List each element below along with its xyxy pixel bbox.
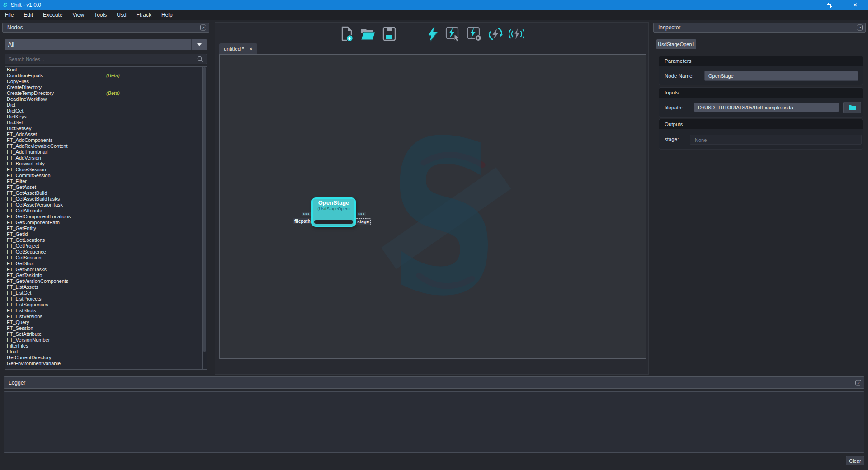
- node-name-input[interactable]: [704, 71, 858, 81]
- node-type-label: FT_GetLocations: [7, 237, 45, 243]
- list-item[interactable]: FT_GetComponentPath: [5, 220, 207, 226]
- list-item[interactable]: FT_Filter: [5, 179, 207, 184]
- clear-logger-button[interactable]: Clear: [846, 456, 864, 465]
- execute-to-selected-icon[interactable]: [467, 25, 482, 42]
- list-item[interactable]: FT_GetEntity: [5, 226, 207, 231]
- list-item[interactable]: FT_GetAssetVersionTask: [5, 202, 207, 208]
- list-item[interactable]: DictGet: [5, 108, 207, 114]
- list-item[interactable]: FT_GetComponentLocations: [5, 214, 207, 220]
- list-item[interactable]: CreateTempDirectory(Beta): [5, 90, 207, 96]
- scrollbar-handle[interactable]: [203, 67, 206, 352]
- node-graph-canvas[interactable]: S >>> filepath >>> stage OpenStage (UsdS…: [219, 54, 646, 359]
- inspector-tab[interactable]: UsdStageOpen1: [656, 39, 696, 49]
- list-item[interactable]: FT_AddReviewableContent: [5, 143, 207, 149]
- menu-help[interactable]: Help: [156, 10, 178, 20]
- list-item[interactable]: CreateDirectory: [5, 85, 207, 90]
- input-port-connector[interactable]: >>>: [302, 212, 311, 216]
- list-item[interactable]: FT_CloseSession: [5, 167, 207, 173]
- search-nodes-input[interactable]: [5, 54, 207, 64]
- list-item[interactable]: FT_VersionNumber: [5, 337, 207, 343]
- list-item[interactable]: FT_GetAsset: [5, 184, 207, 190]
- list-item[interactable]: FT_ListAssets: [5, 284, 207, 290]
- minimize-button[interactable]: [791, 0, 816, 10]
- list-item[interactable]: FT_Session: [5, 325, 207, 331]
- popout-icon[interactable]: ↗: [857, 25, 863, 31]
- new-graph-icon[interactable]: [339, 25, 354, 42]
- openstage-node[interactable]: OpenStage (UsdStageOpen): [311, 197, 356, 227]
- execute-selected-icon[interactable]: [445, 25, 461, 42]
- list-item[interactable]: FT_ListVersions: [5, 314, 207, 320]
- list-item[interactable]: DictKeys: [5, 114, 207, 120]
- save-graph-icon[interactable]: [382, 25, 397, 42]
- list-item[interactable]: Dict: [5, 102, 207, 108]
- tab-close-icon[interactable]: ✕: [249, 47, 253, 52]
- list-item[interactable]: DictSetKey: [5, 126, 207, 132]
- menu-execute[interactable]: Execute: [38, 10, 67, 20]
- list-item[interactable]: DeadlineWorkflow: [5, 96, 207, 102]
- input-port-label[interactable]: filepath: [293, 218, 312, 224]
- list-item[interactable]: FT_GetSequence: [5, 249, 207, 255]
- node-type-label: CreateTempDirectory: [7, 90, 54, 96]
- output-port-label[interactable]: stage: [355, 218, 371, 225]
- restore-button[interactable]: [816, 0, 842, 10]
- list-item[interactable]: FT_ListSequences: [5, 302, 207, 308]
- parameters-section: Parameters Node Name:: [659, 56, 863, 85]
- list-item[interactable]: FT_GetId: [5, 231, 207, 237]
- list-item[interactable]: FT_GetTaskInfo: [5, 273, 207, 278]
- list-item[interactable]: GetEnvironmentVariable: [5, 361, 207, 367]
- list-item[interactable]: FT_GetAssetBuild: [5, 190, 207, 196]
- logger-panel-title: Logger: [9, 380, 25, 386]
- list-item[interactable]: GetCurrentDirectory: [5, 355, 207, 361]
- list-item[interactable]: FT_CommitSession: [5, 173, 207, 179]
- list-item[interactable]: FT_ListProjects: [5, 296, 207, 302]
- menu-usd[interactable]: Usd: [112, 10, 131, 20]
- menu-edit[interactable]: Edit: [19, 10, 38, 20]
- list-item[interactable]: FT_GetAssetBuildTasks: [5, 196, 207, 202]
- menu-file[interactable]: File: [0, 10, 19, 20]
- list-item[interactable]: FT_AddComponents: [5, 137, 207, 143]
- node-progress-bar: [314, 220, 353, 224]
- list-item[interactable]: FT_AddThumbnail: [5, 149, 207, 155]
- list-item[interactable]: DictSet: [5, 120, 207, 126]
- dropdown-arrow-button[interactable]: [191, 39, 207, 50]
- list-item[interactable]: FT_GetSession: [5, 255, 207, 261]
- node-type-label: FT_BrowseEntity: [7, 161, 45, 166]
- list-item[interactable]: FT_AddAsset: [5, 132, 207, 137]
- list-item[interactable]: FT_SetAttribute: [5, 331, 207, 337]
- menu-ftrack[interactable]: Ftrack: [132, 10, 156, 20]
- reload-and-execute-icon[interactable]: [488, 25, 503, 42]
- list-item[interactable]: FT_GetProject: [5, 243, 207, 249]
- popout-icon[interactable]: ↗: [200, 25, 206, 31]
- open-graph-icon[interactable]: [360, 25, 376, 42]
- list-item[interactable]: FT_AddVersion: [5, 155, 207, 161]
- filepath-input[interactable]: [694, 103, 839, 112]
- output-port-connector[interactable]: >>>: [357, 212, 366, 216]
- list-item[interactable]: FT_GetShot: [5, 261, 207, 267]
- list-item[interactable]: FT_ListGet: [5, 290, 207, 296]
- list-item[interactable]: Bool: [5, 67, 207, 73]
- list-item[interactable]: FT_Query: [5, 320, 207, 325]
- list-item[interactable]: ConditionEquals(Beta): [5, 73, 207, 79]
- list-item[interactable]: Float: [5, 349, 207, 355]
- close-button[interactable]: ✕: [842, 0, 868, 10]
- list-item[interactable]: FT_BrowseEntity: [5, 161, 207, 167]
- list-item[interactable]: CopyFiles: [5, 79, 207, 85]
- execute-graph-icon[interactable]: [424, 25, 439, 42]
- browse-file-button[interactable]: [843, 102, 861, 113]
- node-list-scrollbar[interactable]: [202, 67, 207, 369]
- list-item[interactable]: FilterFiles: [5, 343, 207, 349]
- stage-value-field: None: [690, 135, 862, 145]
- list-item[interactable]: FT_GetLocations: [5, 237, 207, 243]
- menu-tools[interactable]: Tools: [89, 10, 112, 20]
- popout-icon[interactable]: ↗: [855, 380, 861, 385]
- node-type-label: FT_GetAssetBuildTasks: [7, 196, 60, 202]
- list-item[interactable]: FT_ListShots: [5, 308, 207, 314]
- node-filter-dropdown[interactable]: All: [5, 39, 207, 50]
- list-item[interactable]: FT_GetAttribute: [5, 208, 207, 214]
- tab-untitled[interactable]: untitled * ✕: [219, 43, 257, 54]
- app-logo-icon: S: [3, 0, 7, 10]
- live-execute-icon[interactable]: [509, 25, 524, 42]
- list-item[interactable]: FT_GetShotTasks: [5, 267, 207, 273]
- list-item[interactable]: FT_GetVersionComponents: [5, 278, 207, 284]
- menu-view[interactable]: View: [67, 10, 89, 20]
